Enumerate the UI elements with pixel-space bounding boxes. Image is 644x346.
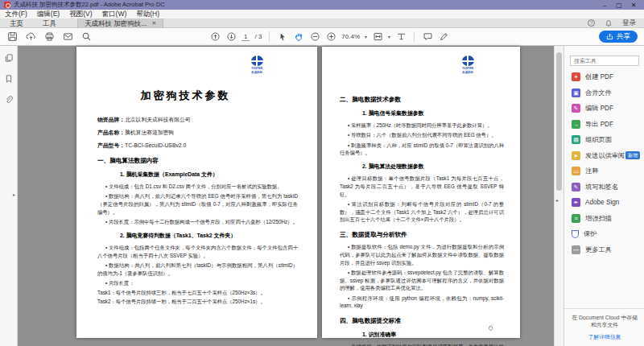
send-review-icon: ➤ <box>572 151 580 160</box>
export-pdf-icon: → <box>572 120 580 129</box>
company-logo: YUSTEN 天成科技 <box>243 56 270 74</box>
email-icon[interactable] <box>62 31 73 43</box>
search-icon[interactable] <box>80 31 92 43</box>
doc-paragraph: • 片段长度：示例中每十二行数据构成一个信号片段，对应四十八毫秒（12/250H… <box>97 218 298 226</box>
login-button[interactable]: 登录 <box>622 19 636 28</box>
scrollbar-thumb[interactable] <box>556 52 562 191</box>
tool-combine-files[interactable]: ▣ 合并文件 <box>564 85 644 101</box>
meta-brand-label: 物资品牌： <box>97 117 125 122</box>
doc-heading: 二、脑电数据技术参数 <box>340 96 504 104</box>
tool-label: 编辑 PDF <box>585 104 613 113</box>
print-icon[interactable] <box>43 31 55 43</box>
tool-search-input[interactable] <box>570 56 639 66</box>
comment-icon[interactable] <box>422 31 433 43</box>
doc-subheading: 1. 脑机采集数据（ExampleData 文件） <box>120 171 298 179</box>
organize-pages-icon: ▤ <box>572 135 580 144</box>
zoom-caret-icon[interactable]: ▾ <box>365 34 367 39</box>
window-titlebar: 天成科技 加密狗技术参数22.pdf - Adobe Acrobat Pro D… <box>0 0 644 10</box>
tool-enhance-scans[interactable]: ≡ 增强扫描 <box>564 211 644 227</box>
fit-page-caret-icon[interactable]: ▾ <box>388 34 390 39</box>
zoom-out-icon[interactable] <box>309 31 320 43</box>
page-total-label: / 3 <box>254 33 262 40</box>
tool-more-tools[interactable]: ⋯ 更多工具 <box>564 242 644 258</box>
left-rail-expand-icon[interactable]: ▸ <box>13 192 15 197</box>
tabbar: 主页 工具 天成科技 加密狗技... ✕ ? 登录 <box>0 19 644 28</box>
minimize-button[interactable]: – <box>598 1 611 10</box>
doc-paragraph: • 处理目标数据：单个信号数据片段（Task1 为每片段七百五十点，Task2 … <box>340 175 504 198</box>
vertical-scrollbar[interactable] <box>554 46 564 346</box>
cloud-footer-text: 在 Document Cloud 中存储和共享文件 <box>571 314 638 329</box>
page-number-input[interactable]: 1 <box>242 33 250 41</box>
doc-heading: 四、脑电数据提交标准 <box>340 317 504 325</box>
hand-cursor-icon <box>486 321 495 336</box>
close-button[interactable]: ✕ <box>627 1 640 10</box>
right-panel-collapse-icon[interactable]: ▸ <box>556 197 559 203</box>
tool-fill-sign[interactable]: ✎ 填写和签名 <box>564 179 644 196</box>
zoom-in-icon[interactable] <box>325 31 336 43</box>
select-tool-icon[interactable] <box>277 31 288 43</box>
fit-page-icon[interactable] <box>372 31 383 43</box>
tool-send-for-review[interactable]: ➤ 发送以供审阅 新增 <box>564 148 644 164</box>
tab-document[interactable]: 天成科技 加密狗技... ✕ <box>77 19 163 28</box>
main-toolbar: 1 / 3 70.4% ▾ ▾ <box>0 28 644 46</box>
tools-panel: + 创建 PDF ▣ 合并文件 ✎ 编辑 PDF → 导出 PDF ▤ 组织页面… <box>564 46 644 346</box>
maximize-button[interactable]: ▢ <box>613 1 625 10</box>
doc-paragraph: • 文件组成：包括两个任务文件夹，每个文件夹内含六个数据文件，每个文件包含四十八… <box>97 244 298 260</box>
doc-paragraph: Task2：每个信号片段持续一秒，相当于二百五十个采样点（250Hz×1s）。 <box>97 298 298 305</box>
learn-more-link[interactable]: 了解详细信息 <box>571 333 638 341</box>
next-page-icon[interactable] <box>225 31 237 43</box>
tab-close-icon[interactable]: ✕ <box>151 19 156 28</box>
doc-paragraph: • 刺激频率种类：八种，对应 stimID 的取值 0-7（即算法需识别的八种任… <box>340 142 504 158</box>
page-display-icon[interactable] <box>395 31 407 43</box>
more-tools-icon: ⋯ <box>572 245 580 254</box>
tab-tools[interactable]: 工具 <box>33 19 66 28</box>
tool-export-pdf[interactable]: → 导出 PDF <box>564 117 644 133</box>
pdf-page-2[interactable]: YUSTEN 天成科技 二、脑电数据技术参数 1. 脑电信号采集数据参数 • 采… <box>322 47 520 338</box>
hand-tool-icon[interactable] <box>293 31 304 43</box>
share-button[interactable]: 共享 <box>599 31 638 43</box>
window-title: 天成科技 加密狗技术参数22.pdf - Adobe Acrobat Pro D… <box>14 1 165 9</box>
tool-label: 注释 <box>585 167 598 175</box>
sign-pen-icon[interactable] <box>438 31 449 43</box>
doc-paragraph: • 示例程序环境：使用 python 编程环境，依赖包为：numpy, scik… <box>340 295 504 311</box>
attachments-icon[interactable] <box>3 94 14 105</box>
doc-subheading: 2. 脑电竞赛待判数据（Task1、Task2 文件夹） <box>120 232 298 240</box>
tool-protect[interactable]: 保护 <box>564 226 644 242</box>
meta-model-value: TC-BCI-SecuID-USBv2.0 <box>125 142 186 148</box>
cloud-upload-icon[interactable] <box>25 31 36 43</box>
meta-name-value: 脑机算法赛道加密狗 <box>125 130 174 135</box>
edit-pdf-icon: ✎ <box>572 104 580 113</box>
page-thumbnails-icon[interactable] <box>3 52 14 64</box>
tool-label: 发送以供审阅 <box>585 151 625 160</box>
tool-label: 增强扫描 <box>585 214 612 223</box>
tab-home[interactable]: 主页 <box>0 19 33 28</box>
help-icon[interactable]: ? <box>588 19 595 27</box>
doc-paragraph: Task1：每个信号片段持续三秒，相当于七百五十个采样点（250Hz×3s）。 <box>97 289 298 296</box>
doc-paragraph: • 片段长度： <box>97 279 298 287</box>
tool-edit-pdf[interactable]: ✎ 编辑 PDF <box>564 101 644 117</box>
company-logo-icon <box>462 56 474 66</box>
create-pdf-icon: + <box>572 72 580 81</box>
tool-comment[interactable]: ▭ 注释 <box>564 163 644 179</box>
document-cloud-footer: 在 Document Cloud 中存储和共享文件 了解详细信息 <box>564 308 644 341</box>
toolbar-divider <box>414 31 415 42</box>
save-icon[interactable] <box>6 31 18 43</box>
previous-page-icon[interactable] <box>209 31 221 43</box>
doc-paragraph: • 数据结构：共八列，前六列和第七列（taskID）与示例数据相同，第八列（st… <box>97 262 298 278</box>
doc-paragraph: • 数据结构：共八列，前六列记录六个导联的 EEG 信号时序采样值，第七列为 t… <box>97 192 298 216</box>
doc-paragraph: • 采样频率：250Hz（时序数据间时间分辨率基于此参数计算）。 <box>340 122 504 130</box>
doc-paragraph: • 算法识别目标数据：判断每个信号片段对应的 stimID（0-7 的整数），涵… <box>340 200 504 224</box>
tool-create-pdf[interactable]: + 创建 PDF <box>564 69 644 85</box>
tool-organize-pages[interactable]: ▤ 组织页面 <box>564 132 644 148</box>
tool-label: 合并文件 <box>585 89 612 97</box>
tool-adobe-sign[interactable]: ✒ Adobe Sign <box>564 195 644 211</box>
zoom-level-select[interactable]: 70.4% <box>341 33 360 40</box>
bookmarks-icon[interactable] <box>3 73 14 84</box>
doc-paragraph: • 文件组成：包含 D1.csv 和 D2.csv 两个文件，分别对应一名被试的… <box>97 183 298 191</box>
document-canvas[interactable]: YUSTEN 天成科技 加密狗技术参数 物资品牌：北京以利天成科技有限公司 产品… <box>19 46 554 346</box>
document-title: 加密狗技术参数 <box>97 89 274 103</box>
adobe-sign-icon: ✒ <box>572 198 580 207</box>
tool-label: 填写和签名 <box>585 183 618 192</box>
bell-icon[interactable] <box>603 18 614 29</box>
pdf-page-1[interactable]: YUSTEN 天成科技 加密狗技术参数 物资品牌：北京以利天成科技有限公司 产品… <box>76 47 317 338</box>
